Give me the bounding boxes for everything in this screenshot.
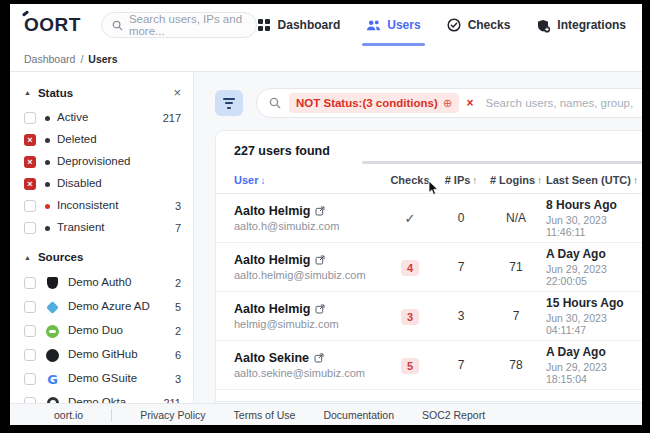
filter-chip-label: NOT Status:(3 conditions) [296,97,438,109]
checkbox[interactable] [24,112,36,124]
checkbox[interactable] [24,277,36,289]
global-search-input[interactable]: Search users, IPs and more... [101,12,257,38]
nav-item-integrations[interactable]: Integrations [536,4,626,46]
failed-checks-badge[interactable]: 3 [401,309,419,325]
circle-plus-icon[interactable]: ⊕ [443,96,453,110]
nav-item-dashboard[interactable]: Dashboard [257,4,341,46]
source-filter-demo-azure-ad[interactable]: Demo Azure AD5 [24,295,181,319]
breadcrumb-separator: / [80,53,83,65]
filter-button[interactable] [215,90,243,116]
user-name: Aalto Helmig [234,204,310,218]
failed-checks-badge[interactable]: 4 [401,260,419,276]
column-header-user[interactable]: User↓ [234,174,384,186]
source-filter-label: Demo GitHub [68,348,138,361]
logins-cell: N/A [486,211,546,225]
status-filter-deprovisioned[interactable]: ×Deprovisioned [24,151,181,173]
collapse-caret-icon[interactable]: ▲ [24,89,31,96]
checks-pass-icon: ✓ [405,211,416,226]
footer-bar: oort.ioPrivacy PolicyTerms of UseDocumen… [10,403,642,425]
footer-link-oort-io[interactable]: oort.io [54,409,83,421]
status-filter-deleted[interactable]: ×Deleted [24,129,181,151]
filter-chip-not-status[interactable]: NOT Status:(3 conditions) ⊕ [289,93,459,113]
last-seen-cell: A Day Ago Jun 29, 2023 22:00:05 [546,247,642,287]
checkbox[interactable] [24,222,36,234]
source-filter-demo-github[interactable]: Demo GitHub6 [24,343,181,367]
table-row[interactable]: Aalto Helmig aalto.h@simubiz.com ✓ 0 N/A… [216,194,642,243]
excluded-checkbox[interactable]: × [24,134,36,146]
user-cell[interactable]: Aalto Sekine aalto.sekine@simubiz.com [234,351,384,379]
integrations-icon [536,18,551,33]
footer-link-privacy-policy[interactable]: Privacy Policy [140,409,205,421]
user-cell[interactable]: Aalto Helmig helmig@simubiz.com [234,302,384,330]
checkbox[interactable] [24,200,36,212]
duo-icon [44,325,61,338]
content-area: ▲ Status × Active217×Deleted×Deprovision… [10,72,642,403]
user-name: Aalto Sekine [234,351,309,365]
external-link-icon[interactable] [315,304,325,314]
footer-link-terms-of-use[interactable]: Terms of Use [234,409,296,421]
nav-item-users[interactable]: Users [366,4,420,46]
excluded-checkbox[interactable]: × [24,156,36,168]
remove-filter-icon[interactable]: × [466,96,473,110]
last-seen-timestamp: Jun 29, 2023 22:00:05 [546,263,642,287]
external-link-icon[interactable] [315,255,325,265]
status-filter-disabled[interactable]: ×Disabled [24,173,181,195]
table-search-input[interactable]: NOT Status:(3 conditions) ⊕ × Search use… [256,88,642,118]
status-filter-active[interactable]: Active217 [24,107,181,129]
nav-item-label: Checks [468,18,511,32]
source-filter-demo-gsuite[interactable]: GDemo GSuite3 [24,367,181,391]
nav-item-label: Users [387,18,420,32]
grid-icon [257,18,272,33]
breadcrumb-item-users: Users [88,53,117,65]
column-header-checks[interactable]: Checks [384,174,436,186]
ips-cell: 7 [436,260,486,274]
source-filter-demo-auth0[interactable]: Demo Auth02 [24,271,181,295]
checkbox[interactable] [24,373,36,385]
status-filter-transient[interactable]: Transient7 [24,217,181,239]
breadcrumb-item-dashboard[interactable]: Dashboard [24,53,75,65]
footer-link-soc2-report[interactable]: SOC2 Report [422,409,485,421]
collapse-caret-icon[interactable]: ▲ [24,254,31,261]
user-name: Aalto Helmig [234,302,310,316]
search-icon [112,20,123,31]
status-filter-inconsistent[interactable]: Inconsistent3 [24,195,181,217]
status-dot [45,116,50,121]
gsuite-icon: G [44,372,61,387]
column-header-ips[interactable]: # IPs↑ [436,174,486,186]
footer-link-documentation[interactable]: Documentation [323,409,394,421]
source-filter-demo-duo[interactable]: Demo Duo2 [24,319,181,343]
github-icon [44,349,61,362]
source-filter-count: 5 [171,301,181,313]
external-link-icon[interactable] [315,206,325,216]
user-cell[interactable]: Aalto Helmig aalto.helmig@simubiz.com [234,253,384,281]
nav-item-checks[interactable]: Checks [447,4,511,46]
last-seen-relative: 8 Hours Ago [546,198,642,212]
table-row[interactable]: Aalto Sekine aalto.sekine@simubiz.com 5 … [216,341,642,390]
user-email: aalto.sekine@simubiz.com [234,367,384,379]
close-icon[interactable]: × [173,86,181,99]
source-filter-demo-okta[interactable]: Demo Okta211 [24,391,181,403]
column-header-last-seen-utc[interactable]: Last Seen (UTC)↑ [546,174,642,186]
excluded-checkbox[interactable]: × [24,178,36,190]
breadcrumb: Dashboard/Users [10,46,642,72]
filter-bar: NOT Status:(3 conditions) ⊕ × Search use… [215,88,642,118]
ips-cell: 3 [436,309,486,323]
external-link-icon[interactable] [314,353,324,363]
checks-cell: 4 [384,258,436,276]
checks-cell: 5 [384,356,436,374]
checkbox[interactable] [24,325,36,337]
status-filter-label: Deprovisioned [57,155,131,168]
horizontal-scrollbar[interactable] [362,161,642,164]
checkbox[interactable] [24,301,36,313]
column-header-logins[interactable]: # Logins↑ [486,174,546,186]
global-search-placeholder: Search users, IPs and more... [129,13,246,37]
user-cell[interactable]: Aalto Helmig aalto.h@simubiz.com [234,204,384,232]
column-label: # Logins [490,174,535,186]
user-email: aalto.helmig@simubiz.com [234,269,384,281]
failed-checks-badge[interactable]: 5 [401,358,419,374]
source-filter-label: Demo Okta [68,396,126,403]
table-row[interactable]: Aalto Helmig helmig@simubiz.com 3 3 7 15… [216,292,642,341]
checkbox[interactable] [24,349,36,361]
table-row[interactable]: Aalto Helmig aalto.helmig@simubiz.com 4 … [216,243,642,292]
column-label: Checks [390,174,429,186]
